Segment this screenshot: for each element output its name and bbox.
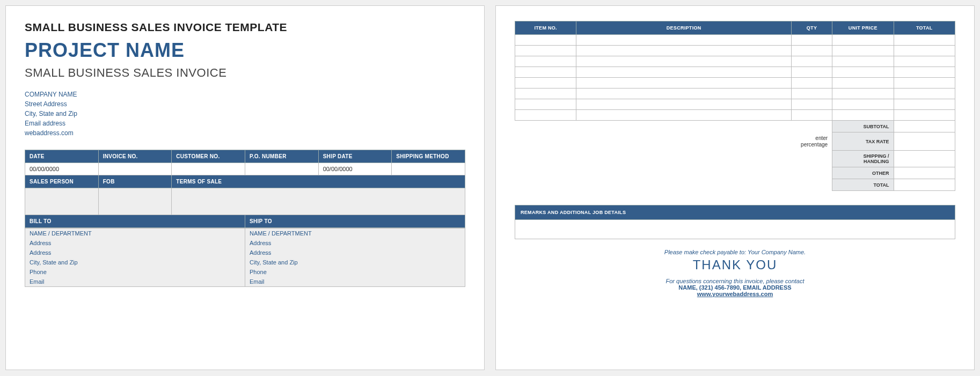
td-terms[interactable] [172, 188, 465, 215]
billto-line[interactable]: City, State and Zip [25, 257, 245, 267]
billto-line[interactable]: Email [25, 277, 245, 287]
item-cell[interactable] [515, 56, 576, 67]
shipto-line[interactable]: Address [245, 238, 465, 248]
item-cell[interactable] [832, 99, 894, 110]
company-street: Street Address [25, 99, 465, 109]
shipto-line[interactable]: Phone [245, 267, 465, 277]
th-shipdate: SHIP DATE [318, 150, 392, 163]
company-web: webaddress.com [25, 128, 465, 138]
item-cell[interactable] [832, 67, 894, 78]
item-cell[interactable] [791, 46, 832, 56]
item-cell[interactable] [515, 46, 576, 56]
questions-line: For questions concerning this invoice, p… [515, 278, 955, 284]
item-cell[interactable] [791, 67, 832, 78]
shipto-line[interactable]: City, State and Zip [245, 257, 465, 267]
td-customerno[interactable] [172, 163, 245, 175]
subtitle: SMALL BUSINESS SALES INVOICE [25, 66, 465, 80]
label-shipping: SHIPPING / HANDLING [832, 151, 894, 167]
item-cell[interactable] [576, 46, 791, 56]
item-cell[interactable] [832, 56, 894, 67]
item-cell[interactable] [576, 67, 791, 78]
project-name: PROJECT NAME [25, 39, 465, 62]
label-other: OTHER [832, 167, 894, 179]
item-cell[interactable] [791, 110, 832, 121]
th-shipmethod: SHIPPING METHOD [392, 150, 465, 163]
th-unitprice: UNIT PRICE [832, 21, 894, 35]
item-cell[interactable] [515, 89, 576, 99]
company-city: City, State and Zip [25, 109, 465, 119]
item-cell[interactable] [515, 99, 576, 110]
item-cell[interactable] [515, 35, 576, 46]
item-cell[interactable] [576, 35, 791, 46]
item-cell[interactable] [894, 99, 955, 110]
company-block: COMPANY NAME Street Address City, State … [25, 90, 465, 138]
value-total[interactable] [894, 179, 955, 191]
th-description: DESCRIPTION [576, 21, 791, 35]
item-cell[interactable] [576, 89, 791, 99]
th-date: DATE [25, 150, 99, 163]
invoice-page-2: ITEM NO. DESCRIPTION QTY UNIT PRICE TOTA… [495, 5, 975, 370]
td-shipmethod[interactable] [392, 163, 465, 175]
item-cell[interactable] [894, 35, 955, 46]
value-taxrate[interactable] [894, 132, 955, 151]
item-cell[interactable] [791, 35, 832, 46]
billto-line[interactable]: NAME / DEPARTMENT [25, 228, 245, 239]
th-billto: BILL TO [25, 215, 245, 228]
th-itemno: ITEM NO. [515, 21, 576, 35]
th-qty: QTY [791, 21, 832, 35]
contact-line: NAME, (321) 456-7890, EMAIL ADDRESS [515, 284, 955, 291]
item-cell[interactable] [576, 56, 791, 67]
item-cell[interactable] [894, 46, 955, 56]
shipto-line[interactable]: Address [245, 248, 465, 257]
items-table: ITEM NO. DESCRIPTION QTY UNIT PRICE TOTA… [515, 21, 955, 191]
td-shipdate[interactable]: 00/00/0000 [318, 163, 392, 175]
value-other[interactable] [894, 167, 955, 179]
billto-line[interactable]: Address [25, 238, 245, 248]
item-cell[interactable] [576, 78, 791, 89]
address-table: NAME / DEPARTMENTNAME / DEPARTMENT Addre… [25, 228, 465, 287]
td-salesperson[interactable] [25, 188, 99, 215]
th-total: TOTAL [894, 21, 955, 35]
payable-prefix: Please make check payable to: [664, 249, 746, 255]
th-fob: FOB [98, 175, 172, 188]
item-cell[interactable] [894, 56, 955, 67]
billto-line[interactable]: Address [25, 248, 245, 257]
item-cell[interactable] [515, 78, 576, 89]
td-date[interactable]: 00/00/0000 [25, 163, 99, 175]
thank-you: THANK YOU [515, 257, 955, 272]
value-subtotal[interactable] [894, 121, 955, 132]
td-invoiceno[interactable] [98, 163, 172, 175]
item-cell[interactable] [791, 99, 832, 110]
th-invoiceno: INVOICE NO. [98, 150, 172, 163]
th-ponumber: P.O. NUMBER [245, 150, 318, 163]
item-cell[interactable] [832, 89, 894, 99]
item-cell[interactable] [832, 78, 894, 89]
item-cell[interactable] [791, 78, 832, 89]
label-subtotal: SUBTOTAL [832, 121, 894, 132]
shipto-line[interactable]: Email [245, 277, 465, 287]
item-cell[interactable] [832, 35, 894, 46]
item-cell[interactable] [832, 110, 894, 121]
td-fob[interactable] [98, 188, 172, 215]
item-cell[interactable] [894, 89, 955, 99]
value-shipping[interactable] [894, 151, 955, 167]
item-cell[interactable] [576, 110, 791, 121]
shipto-line[interactable]: NAME / DEPARTMENT [245, 228, 465, 239]
item-cell[interactable] [791, 56, 832, 67]
web-link[interactable]: www.yourwebaddress.com [697, 291, 773, 297]
th-terms: TERMS OF SALE [172, 175, 465, 188]
remarks-header: REMARKS AND ADDITIONAL JOB DETAILS [515, 205, 955, 220]
item-cell[interactable] [515, 67, 576, 78]
td-ponumber[interactable] [245, 163, 318, 175]
item-cell[interactable] [576, 99, 791, 110]
item-cell[interactable] [515, 110, 576, 121]
item-cell[interactable] [894, 78, 955, 89]
item-cell[interactable] [894, 67, 955, 78]
item-cell[interactable] [894, 110, 955, 121]
billto-line[interactable]: Phone [25, 267, 245, 277]
invoice-page-1: SMALL BUSINESS SALES INVOICE TEMPLATE PR… [5, 5, 485, 370]
remarks-body[interactable] [515, 220, 955, 239]
info-table-1: DATE INVOICE NO. CUSTOMER NO. P.O. NUMBE… [25, 150, 465, 228]
item-cell[interactable] [791, 89, 832, 99]
item-cell[interactable] [832, 46, 894, 56]
